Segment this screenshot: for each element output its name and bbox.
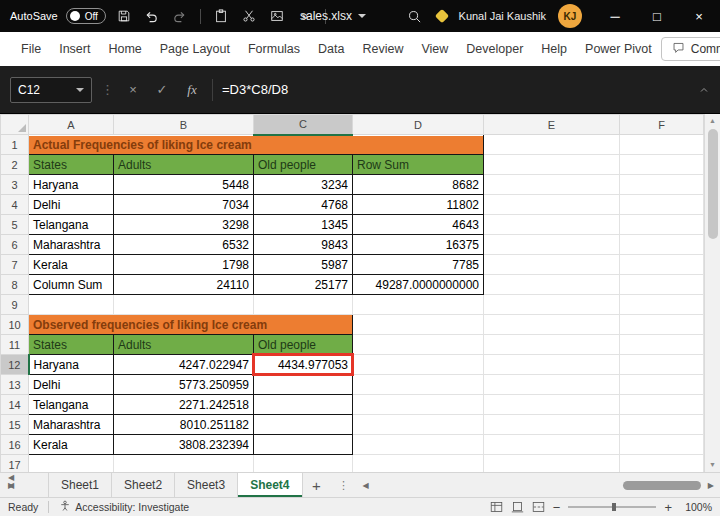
cell-F17[interactable] xyxy=(620,455,704,473)
cell-C7[interactable]: 5987 xyxy=(254,255,353,275)
cell-F14[interactable] xyxy=(620,395,704,415)
cell-A5[interactable]: Telangana xyxy=(29,215,114,235)
cell-F9[interactable] xyxy=(620,295,704,315)
cell-D17[interactable] xyxy=(353,455,484,473)
cell-D4[interactable]: 11802 xyxy=(353,195,484,215)
row-header-8[interactable]: 8 xyxy=(1,275,29,295)
cell-C8[interactable]: 25177 xyxy=(254,275,353,295)
row-header-2[interactable]: 2 xyxy=(1,155,29,175)
column-header-D[interactable]: D xyxy=(353,115,484,135)
cell-F12[interactable] xyxy=(620,355,704,375)
row-header-4[interactable]: 4 xyxy=(1,195,29,215)
menu-item-power-pivot[interactable]: Power Pivot xyxy=(576,42,661,56)
zoom-out-button[interactable]: − xyxy=(553,501,561,514)
cell-F8[interactable] xyxy=(620,275,704,295)
vertical-scroll-thumb[interactable] xyxy=(708,129,718,239)
cell-C2[interactable]: Old people xyxy=(254,155,353,175)
sheet-nav-left-icon[interactable]: ◀ xyxy=(0,473,22,482)
row-header-7[interactable]: 7 xyxy=(1,255,29,275)
cell-E1[interactable] xyxy=(484,135,620,155)
cell-A9[interactable] xyxy=(29,295,114,315)
cell-F1[interactable] xyxy=(620,135,704,155)
cell-E16[interactable] xyxy=(484,435,620,455)
cell-B14[interactable]: 2271.242518 xyxy=(114,395,254,415)
cell-C3[interactable]: 3234 xyxy=(254,175,353,195)
cell-E15[interactable] xyxy=(484,415,620,435)
sheet-tab-sheet4[interactable]: Sheet4 xyxy=(238,473,302,497)
minimize-button[interactable]: ─ xyxy=(594,0,636,32)
cell-C4[interactable]: 4768 xyxy=(254,195,353,215)
autosave-toggle[interactable]: Off xyxy=(66,8,106,24)
cell-C9[interactable] xyxy=(254,295,353,315)
save-icon[interactable] xyxy=(114,6,134,26)
scroll-down-icon[interactable]: ▼ xyxy=(709,460,716,470)
column-header-B[interactable]: B xyxy=(114,115,254,135)
cell-B5[interactable]: 3298 xyxy=(114,215,254,235)
cell-A3[interactable]: Haryana xyxy=(29,175,114,195)
cell-D12[interactable] xyxy=(353,355,484,375)
cell-F2[interactable] xyxy=(620,155,704,175)
cell-E5[interactable] xyxy=(484,215,620,235)
cell-D8[interactable]: 49287.0000000000 xyxy=(353,275,484,295)
cell-A15[interactable]: Maharashtra xyxy=(29,415,114,435)
cell-D6[interactable]: 16375 xyxy=(353,235,484,255)
cell-B7[interactable]: 1798 xyxy=(114,255,254,275)
row-header-13[interactable]: 13 xyxy=(1,375,29,395)
cell-D5[interactable]: 4643 xyxy=(353,215,484,235)
menu-item-help[interactable]: Help xyxy=(532,42,576,56)
row-header-5[interactable]: 5 xyxy=(1,215,29,235)
insert-function-icon[interactable]: fx xyxy=(181,82,203,98)
tab-splitter-icon[interactable]: ⋮ xyxy=(331,473,357,497)
cell-F4[interactable] xyxy=(620,195,704,215)
page-layout-view-icon[interactable] xyxy=(511,501,524,513)
cancel-icon[interactable]: × xyxy=(123,82,143,97)
menu-item-insert[interactable]: Insert xyxy=(50,42,99,56)
document-title[interactable]: sales.xlsx xyxy=(300,0,366,32)
column-header-F[interactable]: F xyxy=(620,115,704,135)
clipboard-icon[interactable] xyxy=(211,6,231,26)
cell-B9[interactable] xyxy=(114,295,254,315)
cell-F16[interactable] xyxy=(620,435,704,455)
cell-A8[interactable]: Column Sum xyxy=(29,275,114,295)
cell-F15[interactable] xyxy=(620,415,704,435)
cell-A14[interactable]: Telangana xyxy=(29,395,114,415)
cell-E10[interactable] xyxy=(484,315,620,335)
cell-B16[interactable]: 3808.232394 xyxy=(114,435,254,455)
cell-D14[interactable] xyxy=(353,395,484,415)
cell-D13[interactable] xyxy=(353,375,484,395)
menu-item-data[interactable]: Data xyxy=(309,42,353,56)
horizontal-scrollbar[interactable]: ◀ ▶ xyxy=(357,473,720,497)
cell-D3[interactable]: 8682 xyxy=(353,175,484,195)
cell-E7[interactable] xyxy=(484,255,620,275)
cell-C14[interactable] xyxy=(254,395,353,415)
cell-A16[interactable]: Kerala xyxy=(29,435,114,455)
cell-B17[interactable] xyxy=(114,455,254,473)
menu-item-formulas[interactable]: Formulas xyxy=(239,42,309,56)
cell-D9[interactable] xyxy=(353,295,484,315)
name-box[interactable]: C12 xyxy=(10,77,92,103)
accessibility-status[interactable]: Accessibility: Investigate xyxy=(59,500,189,514)
maximize-button[interactable]: □ xyxy=(636,0,678,32)
cell-B8[interactable]: 24110 xyxy=(114,275,254,295)
row-header-17[interactable]: 17 xyxy=(1,455,29,473)
cell-B12[interactable]: 4247.022947 xyxy=(114,355,254,375)
menu-item-home[interactable]: Home xyxy=(99,42,150,56)
close-button[interactable]: × xyxy=(678,0,720,32)
comments-button[interactable]: Comments xyxy=(661,37,720,61)
search-icon[interactable] xyxy=(405,6,425,26)
cell-F5[interactable] xyxy=(620,215,704,235)
row-header-10[interactable]: 10 xyxy=(1,315,29,335)
cell-A6[interactable]: Maharashtra xyxy=(29,235,114,255)
cell-C17[interactable] xyxy=(254,455,353,473)
scroll-right-icon[interactable]: ▶ xyxy=(708,481,714,490)
cell-E2[interactable] xyxy=(484,155,620,175)
cell-A10[interactable]: Observed frequencies of liking Ice cream xyxy=(29,315,353,335)
cell-A11[interactable]: States xyxy=(29,335,114,355)
scroll-left-icon[interactable]: ◀ xyxy=(363,481,369,490)
add-sheet-button[interactable]: + xyxy=(303,473,331,497)
sheet-tab-sheet1[interactable]: Sheet1 xyxy=(48,473,112,497)
row-header-9[interactable]: 9 xyxy=(1,295,29,315)
menu-item-view[interactable]: View xyxy=(412,42,457,56)
cell-C11[interactable]: Old people xyxy=(254,335,353,355)
cell-C6[interactable]: 9843 xyxy=(254,235,353,255)
